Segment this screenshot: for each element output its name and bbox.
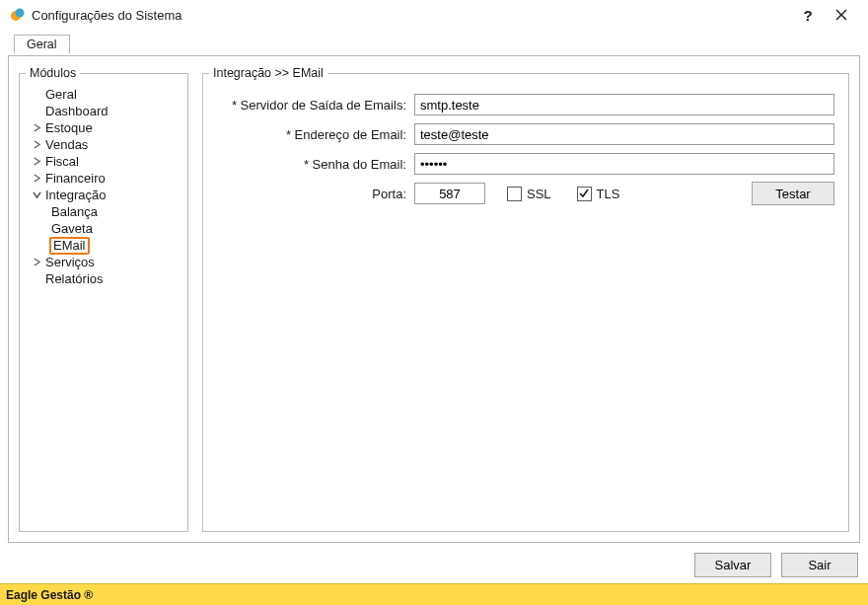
tree-item-dashboard[interactable]: ▶Dashboard	[30, 103, 181, 119]
label-password: * Senha do Email:	[217, 157, 414, 172]
ssl-label: SSL	[527, 187, 551, 201]
status-bar: Eagle Gestão ®	[0, 583, 868, 605]
settings-legend: Integração >> EMail	[209, 66, 327, 80]
chevron-right-icon[interactable]	[30, 174, 43, 183]
test-button[interactable]: Testar	[752, 182, 834, 205]
svg-point-1	[16, 9, 25, 18]
title-bar: Configurações do Sistema ?	[0, 0, 868, 30]
email-address-input[interactable]	[414, 123, 834, 145]
checkbox-icon	[507, 187, 522, 201]
tree-item-balanca[interactable]: Balança	[49, 203, 181, 220]
smtp-server-input[interactable]	[414, 94, 834, 115]
port-input[interactable]	[414, 183, 485, 204]
modules-legend: Módulos	[26, 66, 80, 80]
modules-tree: ▶Geral ▶Dashboard Estoque Vendas Fiscal …	[26, 86, 181, 287]
footer: Salvar Sair	[8, 543, 860, 578]
tree-item-estoque[interactable]: Estoque	[30, 119, 181, 136]
tree-item-integracao[interactable]: Integração Balança Gaveta EMail	[30, 187, 181, 254]
chevron-right-icon[interactable]	[30, 140, 43, 149]
exit-button[interactable]: Sair	[781, 553, 858, 577]
app-icon	[10, 7, 26, 23]
chevron-down-icon[interactable]	[30, 190, 43, 199]
close-button[interactable]	[825, 7, 858, 24]
settings-group: Integração >> EMail * Servidor de Saída …	[202, 66, 849, 532]
tree-item-fiscal[interactable]: Fiscal	[30, 153, 181, 170]
label-server: * Servidor de Saída de Emails:	[217, 98, 414, 113]
save-button[interactable]: Salvar	[694, 553, 771, 577]
window-title: Configurações do Sistema	[32, 8, 791, 23]
tab-panel: Módulos ▶Geral ▶Dashboard Estoque Vendas…	[8, 55, 860, 543]
tree-item-financeiro[interactable]: Financeiro	[30, 170, 181, 187]
tree-item-servicos[interactable]: Serviços	[30, 254, 181, 270]
label-port: Porta:	[217, 187, 414, 201]
label-address: * Endereço de Email:	[217, 127, 414, 142]
help-button[interactable]: ?	[791, 7, 825, 24]
email-password-input[interactable]	[414, 153, 834, 175]
modules-group: Módulos ▶Geral ▶Dashboard Estoque Vendas…	[19, 66, 188, 532]
status-text: Eagle Gestão ®	[6, 588, 93, 602]
ssl-checkbox[interactable]: SSL	[507, 187, 551, 201]
chevron-right-icon[interactable]	[30, 157, 43, 166]
checkbox-checked-icon	[577, 187, 592, 201]
tree-item-gaveta[interactable]: Gaveta	[49, 220, 181, 237]
tab-geral[interactable]: Geral	[14, 35, 70, 54]
tree-item-relatorios[interactable]: ▶Relatórios	[30, 270, 181, 287]
tree-item-vendas[interactable]: Vendas	[30, 136, 181, 153]
chevron-right-icon[interactable]	[30, 123, 43, 132]
tls-label: TLS	[597, 187, 620, 201]
tls-checkbox[interactable]: TLS	[577, 187, 620, 201]
chevron-right-icon[interactable]	[30, 258, 43, 266]
tab-strip: Geral	[14, 34, 860, 55]
tree-item-email[interactable]: EMail	[49, 237, 181, 254]
tree-item-geral[interactable]: ▶Geral	[30, 86, 181, 103]
